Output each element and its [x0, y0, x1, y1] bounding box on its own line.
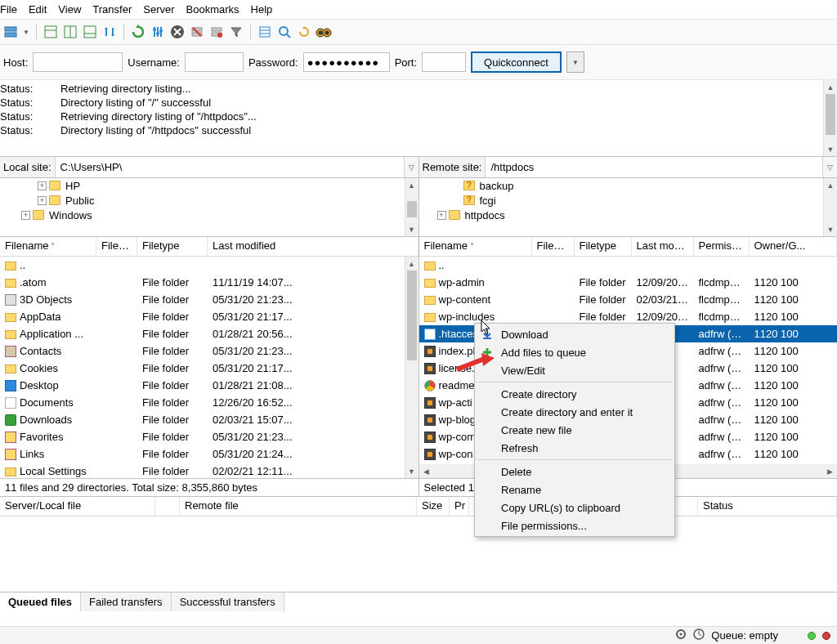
scrollbar[interactable]: ▲▼: [405, 257, 418, 478]
tree-expand-icon[interactable]: +: [21, 211, 30, 220]
list-item[interactable]: Local SettingsFile folder02/02/21 12:11.…: [0, 463, 418, 478]
col-priority[interactable]: Pr: [450, 497, 469, 516]
col-modified[interactable]: Last modified: [208, 237, 418, 256]
menu-server[interactable]: Server: [143, 3, 174, 16]
transfer-header[interactable]: Server/Local file Remote file Size Pr St…: [0, 497, 837, 517]
quickconnect-dropdown[interactable]: ▼: [566, 51, 584, 73]
tab-successful[interactable]: Successful transfers: [172, 593, 284, 611]
username-input[interactable]: [185, 52, 244, 72]
remote-list-header[interactable]: Filename Filesize Filetype Last modifi..…: [419, 237, 838, 257]
context-item-file-permissions-[interactable]: File permissions...: [475, 517, 674, 534]
list-item[interactable]: FavoritesFile folder05/31/20 21:23...: [0, 428, 418, 445]
list-item[interactable]: ..: [419, 257, 838, 274]
transfer-body[interactable]: [0, 517, 837, 592]
local-tree[interactable]: +HP+Public+Windows▲▼: [0, 178, 419, 236]
toolbar-settings-icon[interactable]: [149, 23, 167, 41]
context-item-delete[interactable]: Delete: [475, 463, 674, 481]
toolbar-binoculars-icon[interactable]: [315, 23, 333, 41]
list-item[interactable]: CookiesFile folder05/31/20 21:17...: [0, 360, 418, 377]
remote-tree[interactable]: backupfcgi+httpdocs▲▼: [419, 178, 838, 236]
host-input[interactable]: [33, 52, 123, 72]
list-item[interactable]: ContactsFile folder05/31/20 21:23...: [0, 342, 418, 360]
toolbar-refresh-icon[interactable]: [129, 23, 147, 41]
menu-edit[interactable]: Edit: [29, 3, 47, 16]
remote-site-input[interactable]: [486, 157, 822, 177]
col-filename[interactable]: Filename: [0, 237, 96, 256]
col-filetype[interactable]: Filetype: [575, 237, 632, 256]
local-list-header[interactable]: Filename Filesize Filetype Last modified: [0, 237, 418, 257]
list-item[interactable]: wp-contentFile folder02/03/21 1...flcdmp…: [419, 291, 838, 308]
context-item-create-directory-and-enter-it[interactable]: Create directory and enter it: [475, 403, 674, 421]
list-item[interactable]: Application ...File folder01/28/21 20:56…: [0, 325, 418, 342]
menu-help[interactable]: Help: [251, 3, 273, 16]
menu-view[interactable]: View: [58, 3, 81, 16]
tree-node[interactable]: +httpdocs: [419, 208, 838, 222]
menubar[interactable]: File Edit View Transfer Server Bookmarks…: [0, 0, 837, 19]
tree-node[interactable]: +HP: [0, 178, 418, 193]
quickconnect-button[interactable]: Quickconnect: [471, 51, 562, 73]
col-filename[interactable]: Filename: [419, 237, 532, 256]
col-filesize[interactable]: Filesize: [96, 237, 137, 256]
tree-expand-icon[interactable]: +: [437, 211, 446, 220]
menu-bookmarks[interactable]: Bookmarks: [186, 3, 239, 16]
menu-transfer[interactable]: Transfer: [92, 3, 132, 16]
toolbar-reconnect-icon[interactable]: [208, 23, 226, 41]
remote-site-dropdown[interactable]: ▽: [822, 157, 837, 177]
list-item[interactable]: LinksFile folder05/31/20 21:24...: [0, 445, 418, 463]
context-item-create-directory[interactable]: Create directory: [475, 385, 674, 403]
scrollbar[interactable]: ▲▼: [405, 178, 418, 236]
toolbar-refresh2-icon[interactable]: [295, 23, 313, 41]
list-item[interactable]: AppDataFile folder05/31/20 21:17...: [0, 308, 418, 325]
context-item-add-files-to-queue[interactable]: Add files to queue: [475, 343, 674, 361]
toolbar-list-icon[interactable]: [256, 23, 274, 41]
col-filetype[interactable]: Filetype: [137, 237, 208, 256]
toolbar-cancel-icon[interactable]: [168, 23, 186, 41]
tree-node[interactable]: backup: [419, 178, 838, 193]
list-item[interactable]: DownloadsFile folder02/03/21 15:07...: [0, 411, 418, 428]
col-status[interactable]: Status: [698, 497, 837, 516]
context-item-view-edit[interactable]: View/Edit: [475, 361, 674, 379]
tree-node[interactable]: +Windows: [0, 208, 418, 222]
toolbar-dd-icon[interactable]: ▼: [21, 23, 31, 41]
list-item[interactable]: ..: [0, 257, 418, 274]
context-item-create-new-file[interactable]: Create new file: [475, 421, 674, 439]
col-filesize[interactable]: Filesize: [532, 237, 575, 256]
menu-file[interactable]: File: [0, 3, 17, 16]
tree-expand-icon[interactable]: +: [38, 181, 47, 190]
context-menu[interactable]: DownloadAdd files to queueView/EditCreat…: [474, 323, 675, 537]
col-owner[interactable]: Owner/G...: [750, 237, 838, 256]
toolbar-sync-icon[interactable]: [101, 23, 119, 41]
toolbar-search-icon[interactable]: [275, 23, 293, 41]
transfer-tabs[interactable]: Queued files Failed transfers Successful…: [0, 592, 837, 611]
col-direction[interactable]: [155, 497, 180, 516]
tab-failed[interactable]: Failed transfers: [81, 593, 172, 611]
tree-node[interactable]: fcgi: [419, 193, 838, 208]
context-item-copy-url-s-to-clipboard[interactable]: Copy URL(s) to clipboard: [475, 499, 674, 517]
col-server-local[interactable]: Server/Local file: [0, 497, 155, 516]
toolbar-panel2-icon[interactable]: [61, 23, 79, 41]
list-item[interactable]: DocumentsFile folder12/26/20 16:52...: [0, 394, 418, 411]
col-size[interactable]: Size: [417, 497, 450, 516]
local-site-dropdown[interactable]: ▽: [404, 157, 418, 177]
scrollbar[interactable]: ▲▼: [823, 178, 837, 236]
port-input[interactable]: [422, 52, 466, 72]
list-item[interactable]: DesktopFile folder01/28/21 21:08...: [0, 377, 418, 394]
toolbar-filter-icon[interactable]: [227, 23, 245, 41]
scrollbar[interactable]: ▲▼: [823, 80, 837, 156]
local-list[interactable]: Filename Filesize Filetype Last modified…: [0, 237, 419, 478]
password-input[interactable]: [303, 52, 390, 72]
local-site-input[interactable]: [56, 157, 404, 177]
tab-queued[interactable]: Queued files: [0, 593, 81, 611]
context-item-rename[interactable]: Rename: [475, 481, 674, 499]
tree-node[interactable]: +Public: [0, 193, 418, 208]
list-item[interactable]: wp-adminFile folder12/09/20 1...flcdmpe …: [419, 274, 838, 291]
context-item-refresh[interactable]: Refresh: [475, 439, 674, 457]
toolbar-server-icon[interactable]: [2, 23, 20, 41]
toolbar-disconnect-icon[interactable]: [188, 23, 206, 41]
col-permissions[interactable]: Permissi...: [694, 237, 750, 256]
list-item[interactable]: 3D ObjectsFile folder05/31/20 21:23...: [0, 291, 418, 308]
context-item-download[interactable]: Download: [475, 325, 674, 343]
list-item[interactable]: .atomFile folder11/11/19 14:07...: [0, 274, 418, 291]
col-modified[interactable]: Last modifi...: [632, 237, 694, 256]
toolbar-panel1-icon[interactable]: [42, 23, 60, 41]
